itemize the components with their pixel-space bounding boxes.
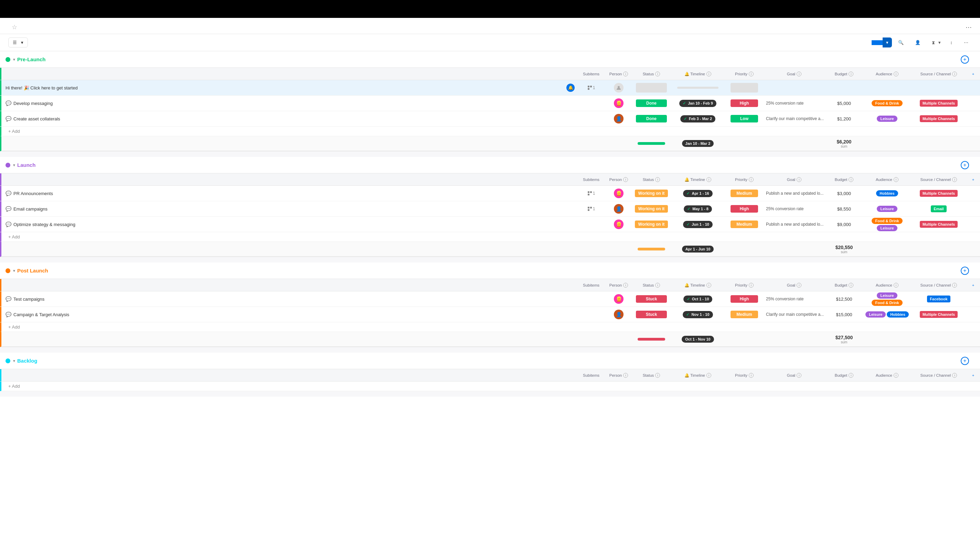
- status-badge[interactable]: Done: [636, 99, 667, 107]
- cell-timeline[interactable]: ✓ Oct 1 - 10: [670, 296, 725, 303]
- row-name[interactable]: Test campaigns: [13, 297, 45, 302]
- status-badge[interactable]: Done: [636, 115, 667, 122]
- source-badge[interactable]: Multiple Channels: [920, 190, 958, 197]
- group-toggle[interactable]: ▾: [13, 268, 15, 273]
- info-icon[interactable]: i: [623, 283, 628, 288]
- new-item-main-button[interactable]: [872, 40, 883, 45]
- cell-source[interactable]: Multiple Channels: [911, 221, 966, 228]
- audience-tag[interactable]: Leisure: [877, 225, 897, 231]
- info-icon[interactable]: i: [655, 72, 660, 76]
- main-table-button[interactable]: ☰ ▾: [8, 38, 28, 48]
- priority-badge[interactable]: Low: [730, 115, 758, 122]
- info-icon[interactable]: i: [797, 177, 802, 182]
- info-icon[interactable]: i: [623, 373, 628, 378]
- status-badge[interactable]: Stuck: [636, 311, 667, 318]
- priority-badge[interactable]: Medium: [730, 189, 758, 197]
- info-icon[interactable]: i: [848, 283, 853, 288]
- cell-timeline[interactable]: ✓ Jan 10 - Feb 9: [670, 100, 725, 107]
- audience-tag[interactable]: Food & Drink: [872, 218, 902, 224]
- chat-icon[interactable]: 💬: [5, 312, 11, 317]
- row-name[interactable]: Hi there! 🎉 Click here to get started: [5, 85, 78, 91]
- status-badge[interactable]: Stuck: [636, 295, 667, 303]
- audience-tag[interactable]: Hobbies: [876, 190, 898, 196]
- person-button[interactable]: 👤: [912, 38, 926, 47]
- audience-tag[interactable]: Food & Drink: [872, 300, 902, 306]
- header-more-icon[interactable]: ⋯: [966, 23, 972, 31]
- row-name[interactable]: Email campaigns: [13, 207, 48, 212]
- cell-source[interactable]: Multiple Channels: [911, 311, 966, 318]
- cell-person[interactable]: 👤: [605, 204, 632, 214]
- cell-timeline[interactable]: ✓ Nov 1 - 10: [670, 311, 725, 318]
- info-icon[interactable]: i: [894, 72, 899, 76]
- info-icon[interactable]: i: [706, 373, 711, 378]
- info-icon[interactable]: i: [952, 373, 957, 378]
- add-column-button[interactable]: +: [961, 357, 969, 365]
- cell-timeline[interactable]: ✓ Feb 3 - Mar 2: [670, 115, 725, 122]
- chat-icon[interactable]: 💬: [5, 116, 11, 121]
- cell-source[interactable]: Multiple Channels: [911, 115, 966, 122]
- chat-icon[interactable]: 💬: [5, 100, 11, 106]
- cell-source[interactable]: Multiple Channels: [911, 190, 966, 197]
- sort-button[interactable]: ↕: [947, 38, 958, 47]
- chat-icon[interactable]: 💬: [5, 206, 11, 212]
- chat-icon[interactable]: 💬: [5, 221, 11, 227]
- cell-person[interactable]: 👱: [605, 219, 632, 229]
- source-badge[interactable]: Multiple Channels: [920, 115, 958, 122]
- info-icon[interactable]: i: [797, 373, 802, 378]
- cell-status[interactable]: Working on it: [632, 189, 670, 197]
- audience-tag[interactable]: Hobbies: [887, 311, 908, 318]
- cell-priority[interactable]: Medium: [725, 221, 763, 228]
- info-icon[interactable]: i: [952, 177, 957, 182]
- info-icon[interactable]: i: [952, 283, 957, 288]
- cell-priority[interactable]: Medium: [725, 189, 763, 197]
- chat-icon[interactable]: 💬: [5, 191, 11, 196]
- cell-source[interactable]: Email: [911, 205, 966, 212]
- add-item-row[interactable]: + Add: [0, 322, 980, 332]
- info-icon[interactable]: i: [749, 177, 754, 182]
- cell-timeline[interactable]: ✓ Jun 1 - 10: [670, 221, 725, 228]
- audience-tag[interactable]: Leisure: [865, 311, 886, 318]
- filter-button[interactable]: ⧗ ▾: [928, 38, 944, 48]
- priority-badge[interactable]: High: [730, 205, 758, 213]
- priority-badge[interactable]: Medium: [730, 311, 758, 318]
- group-toggle[interactable]: ▾: [13, 57, 15, 62]
- source-badge[interactable]: Facebook: [927, 296, 950, 302]
- row-name[interactable]: Optimize strategy & messaging: [13, 222, 75, 227]
- cell-priority[interactable]: High: [725, 295, 763, 303]
- info-icon[interactable]: i: [749, 283, 754, 288]
- info-icon[interactable]: i: [623, 72, 628, 76]
- cell-priority[interactable]: High: [725, 205, 763, 213]
- cell-timeline[interactable]: ✓ May 1 - 8: [670, 205, 725, 213]
- new-item-dropdown-button[interactable]: ▾: [883, 38, 892, 48]
- info-icon[interactable]: i: [655, 177, 660, 182]
- priority-empty[interactable]: [730, 83, 758, 92]
- status-badge[interactable]: Working on it: [635, 221, 668, 228]
- info-icon[interactable]: i: [749, 72, 754, 76]
- row-name[interactable]: PR Announcements: [13, 191, 53, 196]
- row-name[interactable]: Develop messaging: [13, 101, 52, 106]
- info-icon[interactable]: i: [655, 373, 660, 378]
- info-icon[interactable]: i: [894, 373, 899, 378]
- cell-status[interactable]: Done: [632, 115, 670, 122]
- info-icon[interactable]: i: [797, 283, 802, 288]
- info-icon[interactable]: i: [848, 373, 853, 378]
- add-column-button[interactable]: +: [961, 161, 969, 169]
- cell-person[interactable]: [605, 83, 632, 92]
- toolbar-more-button[interactable]: ⋯: [960, 38, 972, 47]
- cell-person[interactable]: 👤: [605, 114, 632, 124]
- cell-status[interactable]: Working on it: [632, 221, 670, 228]
- audience-tag[interactable]: Leisure: [877, 206, 897, 212]
- col-header-col-add[interactable]: +: [966, 279, 980, 291]
- info-icon[interactable]: i: [894, 283, 899, 288]
- info-icon[interactable]: i: [706, 283, 711, 288]
- search-button[interactable]: 🔍: [895, 38, 909, 47]
- col-header-col-add[interactable]: +: [966, 369, 980, 381]
- cell-source[interactable]: Facebook: [911, 296, 966, 302]
- priority-badge[interactable]: High: [730, 295, 758, 303]
- status-badge[interactable]: Working on it: [635, 189, 668, 197]
- cell-status[interactable]: Stuck: [632, 295, 670, 303]
- info-icon[interactable]: i: [706, 72, 711, 76]
- cell-priority[interactable]: Medium: [725, 311, 763, 318]
- audience-tag[interactable]: Leisure: [877, 293, 897, 299]
- cell-priority[interactable]: Low: [725, 115, 763, 122]
